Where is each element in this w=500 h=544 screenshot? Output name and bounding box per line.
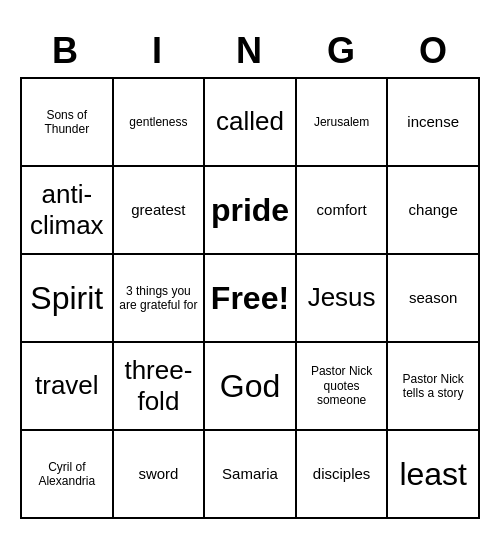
cell-text-20: Cyril of Alexandria: [26, 460, 108, 489]
bingo-cell-13: Jesus: [297, 255, 389, 343]
cell-text-5: anti-climax: [26, 179, 108, 241]
cell-text-24: least: [399, 455, 467, 493]
cell-text-4: incense: [407, 113, 459, 131]
cell-text-14: season: [409, 289, 457, 307]
bingo-cell-16: three-fold: [114, 343, 206, 431]
bingo-cell-20: Cyril of Alexandria: [22, 431, 114, 519]
bingo-cell-4: incense: [388, 79, 480, 167]
bingo-cell-22: Samaria: [205, 431, 297, 519]
bingo-cell-15: travel: [22, 343, 114, 431]
bingo-header: BINGO: [20, 25, 480, 77]
cell-text-2: called: [216, 106, 284, 137]
bingo-cell-11: 3 things you are grateful for: [114, 255, 206, 343]
bingo-cell-0: Sons of Thunder: [22, 79, 114, 167]
bingo-cell-19: Pastor Nick tells a story: [388, 343, 480, 431]
bingo-cell-6: greatest: [114, 167, 206, 255]
cell-text-7: pride: [211, 191, 289, 229]
bingo-cell-17: God: [205, 343, 297, 431]
cell-text-9: change: [409, 201, 458, 219]
bingo-card: BINGO Sons of ThundergentlenesscalledJer…: [10, 15, 490, 529]
cell-text-19: Pastor Nick tells a story: [392, 372, 474, 401]
header-letter-I: I: [112, 25, 204, 77]
header-letter-B: B: [20, 25, 112, 77]
cell-text-11: 3 things you are grateful for: [118, 284, 200, 313]
cell-text-23: disciples: [313, 465, 371, 483]
bingo-cell-24: least: [388, 431, 480, 519]
header-letter-O: O: [388, 25, 480, 77]
cell-text-21: sword: [138, 465, 178, 483]
bingo-cell-1: gentleness: [114, 79, 206, 167]
cell-text-18: Pastor Nick quotes someone: [301, 364, 383, 407]
cell-text-0: Sons of Thunder: [26, 108, 108, 137]
bingo-cell-18: Pastor Nick quotes someone: [297, 343, 389, 431]
cell-text-13: Jesus: [308, 282, 376, 313]
bingo-cell-21: sword: [114, 431, 206, 519]
bingo-cell-9: change: [388, 167, 480, 255]
bingo-grid: Sons of ThundergentlenesscalledJerusalem…: [20, 77, 480, 519]
cell-text-8: comfort: [317, 201, 367, 219]
bingo-cell-2: called: [205, 79, 297, 167]
cell-text-17: God: [220, 367, 280, 405]
bingo-cell-23: disciples: [297, 431, 389, 519]
bingo-cell-5: anti-climax: [22, 167, 114, 255]
bingo-cell-7: pride: [205, 167, 297, 255]
cell-text-15: travel: [35, 370, 99, 401]
cell-text-12: Free!: [211, 279, 289, 317]
cell-text-6: greatest: [131, 201, 185, 219]
cell-text-1: gentleness: [129, 115, 187, 129]
bingo-cell-10: Spirit: [22, 255, 114, 343]
cell-text-3: Jerusalem: [314, 115, 369, 129]
cell-text-22: Samaria: [222, 465, 278, 483]
header-letter-G: G: [296, 25, 388, 77]
bingo-cell-14: season: [388, 255, 480, 343]
cell-text-10: Spirit: [30, 279, 103, 317]
bingo-cell-12: Free!: [205, 255, 297, 343]
cell-text-16: three-fold: [118, 355, 200, 417]
header-letter-N: N: [204, 25, 296, 77]
bingo-cell-3: Jerusalem: [297, 79, 389, 167]
bingo-cell-8: comfort: [297, 167, 389, 255]
